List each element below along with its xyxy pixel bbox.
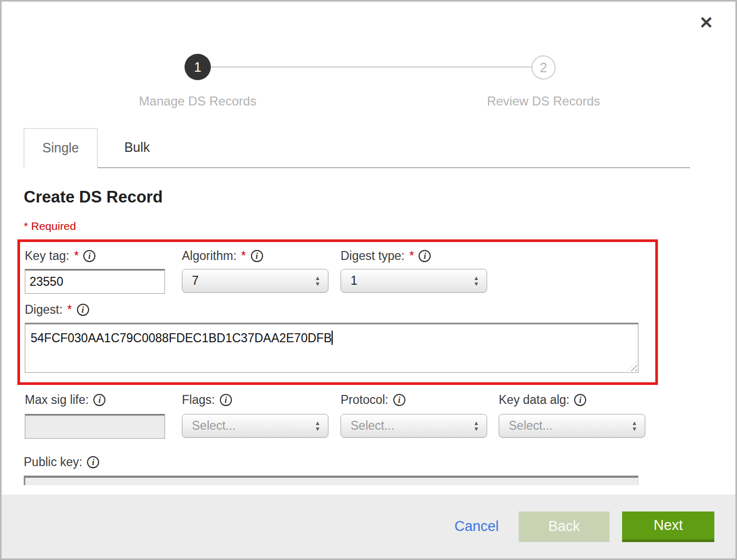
field-digest: Digest: * i 54FCF030AA1C79C0088FDEC1BD1C… [25, 303, 655, 373]
info-icon[interactable]: i [419, 250, 431, 262]
select-arrows-icon: ▲▼ [632, 421, 637, 431]
next-button[interactable]: Next [622, 511, 714, 542]
required-asterisk: * [67, 303, 72, 317]
select-arrows-icon: ▲▼ [473, 276, 479, 286]
info-icon[interactable]: i [93, 394, 105, 406]
info-icon[interactable]: i [77, 304, 89, 316]
max-sig-life-input[interactable] [25, 414, 165, 439]
step-label-manage: Manage DS Records [103, 94, 293, 109]
digest-type-select[interactable]: 1 ▲▼ [341, 269, 487, 293]
field-key-data-alg: Key data alg: i Select... ▲▼ [499, 393, 646, 439]
close-icon[interactable]: ✕ [699, 14, 713, 31]
info-icon[interactable]: i [574, 394, 586, 406]
field-key-tag: Key tag: * i [25, 249, 182, 294]
tab-bar: Single Bulk [24, 127, 690, 168]
key-data-alg-label: Key data alg: [499, 393, 569, 407]
modal-footer: Cancel Back Next [2, 495, 735, 558]
create-ds-record-modal: ✕ 1 2 Manage DS Records Review DS Record… [0, 0, 737, 560]
back-button[interactable]: Back [519, 511, 609, 542]
tab-single[interactable]: Single [24, 128, 98, 168]
step-number: 2 [540, 60, 547, 75]
select-arrows-icon: ▲▼ [315, 421, 321, 431]
algorithm-select[interactable]: 7 ▲▼ [182, 269, 328, 293]
step-indicator-review: 2 [531, 55, 556, 80]
resize-handle[interactable] [627, 361, 637, 371]
field-algorithm: Algorithm: * i 7 ▲▼ [182, 249, 341, 294]
flags-select[interactable]: Select... ▲▼ [182, 414, 328, 438]
field-max-sig-life: Max sig life: i [25, 393, 182, 439]
key-data-alg-selected-value: Select... [509, 419, 632, 433]
algorithm-label: Algorithm: [182, 249, 237, 263]
field-public-key: Public key: i [24, 455, 735, 485]
step-label-review: Review DS Records [449, 94, 638, 109]
flags-selected-value: Select... [192, 419, 315, 433]
info-icon[interactable]: i [393, 394, 405, 406]
text-cursor [332, 331, 333, 345]
required-fields-highlight-box: Key tag: * i Algorithm: * i 7 ▲▼ [17, 239, 658, 385]
select-arrows-icon: ▲▼ [473, 421, 479, 431]
algorithm-selected-value: 7 [192, 274, 315, 288]
key-data-alg-select[interactable]: Select... ▲▼ [499, 414, 645, 438]
digest-value: 54FCF030AA1C79C0088FDEC1BD1C37DAA2E70DFB [31, 331, 332, 345]
protocol-label: Protocol: [341, 393, 389, 407]
info-icon[interactable]: i [87, 456, 99, 468]
wizard-stepper: 1 2 Manage DS Records Review DS Records [2, 54, 735, 110]
info-icon[interactable]: i [83, 250, 95, 262]
field-protocol: Protocol: i Select... ▲▼ [341, 393, 499, 439]
digest-textarea[interactable]: 54FCF030AA1C79C0088FDEC1BD1C37DAA2E70DFB [25, 323, 638, 373]
info-icon[interactable]: i [251, 250, 263, 262]
required-asterisk: * [409, 249, 414, 263]
public-key-label: Public key: [24, 455, 82, 469]
info-icon[interactable]: i [220, 394, 232, 406]
step-number: 1 [194, 60, 201, 75]
step-indicator-manage: 1 [185, 54, 211, 80]
field-digest-type: Digest type: * i 1 ▲▼ [341, 249, 499, 294]
field-flags: Flags: i Select... ▲▼ [182, 393, 341, 439]
digest-type-label: Digest type: [341, 249, 404, 263]
required-asterisk: * [74, 249, 79, 263]
protocol-select[interactable]: Select... ▲▼ [341, 414, 487, 438]
key-tag-label: Key tag: [25, 249, 69, 263]
max-sig-life-label: Max sig life: [25, 393, 89, 407]
optional-fields-row: Max sig life: i Flags: i Select... ▲▼ Pr… [25, 393, 735, 439]
stepper-connector-line [198, 66, 544, 67]
tab-bulk[interactable]: Bulk [98, 127, 177, 167]
flags-label: Flags: [182, 393, 215, 407]
required-note: * Required [24, 220, 735, 233]
cancel-button[interactable]: Cancel [454, 518, 499, 535]
public-key-textarea[interactable] [24, 476, 638, 485]
select-arrows-icon: ▲▼ [315, 276, 321, 286]
key-tag-input[interactable] [25, 269, 165, 294]
page-title: Create DS Record [24, 188, 735, 207]
digest-label: Digest: [25, 303, 63, 317]
digest-type-selected-value: 1 [351, 274, 473, 288]
protocol-selected-value: Select... [351, 419, 473, 433]
required-asterisk: * [241, 249, 246, 263]
